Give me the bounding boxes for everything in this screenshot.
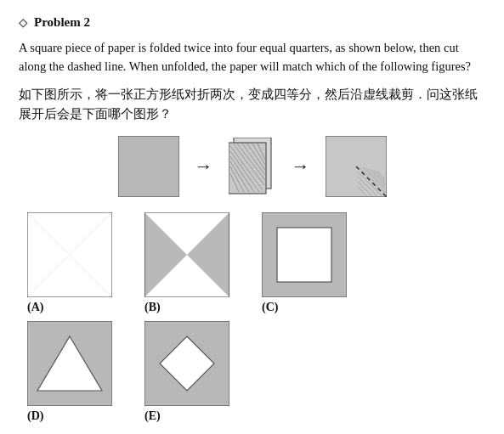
diagram-folded — [229, 138, 276, 195]
label-a: (A) — [27, 301, 43, 314]
diamond-icon: ◇ — [19, 16, 27, 30]
svg-rect-0 — [118, 136, 179, 197]
title-text: Problem 2 — [34, 15, 90, 30]
label-c: (C) — [262, 301, 278, 314]
arrow-1: → — [195, 155, 213, 178]
figure-a — [27, 212, 112, 297]
diagram-row: → → — [19, 136, 485, 197]
problem-text-zh: 如下图所示，将一张正方形纸对折两次，变成四等分，然后沿虚线裁剪．问这张纸展开后会… — [19, 85, 485, 124]
diagram-cut — [326, 136, 387, 197]
answers-bottom-row: (D) (E) — [19, 321, 485, 423]
answer-a: (A) — [27, 212, 112, 314]
answer-b: (B) — [144, 212, 229, 314]
problem-title: ◇ Problem 2 — [19, 15, 485, 30]
figure-b — [144, 212, 229, 297]
figure-d — [27, 321, 112, 406]
answer-e: (E) — [144, 321, 229, 423]
answers-top-row: (A) (B) (C) — [19, 212, 485, 314]
label-b: (B) — [144, 301, 161, 314]
answer-d: (D) — [27, 321, 112, 423]
svg-rect-38 — [277, 228, 331, 282]
diagram-original-square — [118, 136, 179, 197]
arrow-2: → — [292, 155, 310, 178]
figure-c — [262, 212, 347, 297]
figure-e — [144, 321, 229, 406]
problem-text-en: A square piece of paper is folded twice … — [19, 38, 485, 76]
label-e: (E) — [144, 409, 161, 423]
answer-c: (C) — [262, 212, 347, 314]
label-d: (D) — [27, 409, 43, 423]
